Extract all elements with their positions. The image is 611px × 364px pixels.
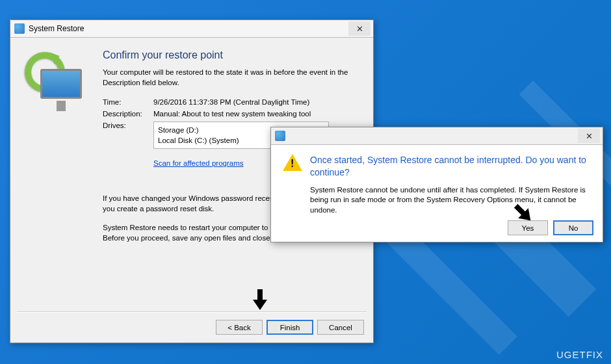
confirm-dialog: ✕ Once started, System Restore cannot be…	[270, 127, 603, 242]
description-row: Description: Manual: About to test new s…	[103, 110, 361, 118]
confirm-heading: Once started, System Restore cannot be i…	[310, 154, 591, 179]
back-button[interactable]: < Back	[216, 320, 263, 335]
titlebar[interactable]: System Restore ✕	[10, 20, 373, 38]
system-restore-graphic	[18, 51, 96, 116]
scan-affected-link[interactable]: Scan for affected programs	[153, 159, 244, 167]
no-button[interactable]: No	[553, 220, 593, 235]
time-row: Time: 9/26/2016 11:37:38 PM (Central Day…	[103, 98, 361, 106]
time-label: Time:	[103, 98, 153, 106]
drives-label: Drives:	[103, 122, 153, 129]
description-value: Manual: About to test new system tweakin…	[153, 110, 311, 118]
close-button[interactable]: ✕	[348, 21, 370, 36]
confirm-titlebar[interactable]: ✕	[271, 127, 603, 145]
dialog-buttons: < Back Finish Cancel	[216, 320, 364, 335]
system-restore-icon	[275, 131, 285, 141]
finish-button[interactable]: Finish	[266, 320, 313, 335]
time-value: 9/26/2016 11:37:38 PM (Central Daylight …	[153, 98, 309, 106]
watermark: UGETFIX	[556, 349, 603, 360]
graphic-column	[18, 46, 103, 311]
close-icon: ✕	[586, 131, 593, 141]
page-heading: Confirm your restore point	[103, 49, 361, 61]
window-title: System Restore	[29, 24, 348, 33]
close-button[interactable]: ✕	[578, 129, 600, 143]
warning-icon	[283, 154, 302, 174]
pointer-arrow-icon	[250, 288, 270, 311]
divider	[17, 311, 367, 313]
confirm-body: Once started, System Restore cannot be i…	[271, 145, 603, 215]
page-subtext: Your computer will be restored to the st…	[103, 68, 361, 88]
description-label: Description:	[103, 110, 153, 118]
system-restore-icon	[14, 23, 25, 34]
close-icon: ✕	[356, 24, 363, 34]
cancel-button[interactable]: Cancel	[317, 320, 364, 335]
confirm-text: System Restore cannot be undone until af…	[310, 185, 591, 216]
